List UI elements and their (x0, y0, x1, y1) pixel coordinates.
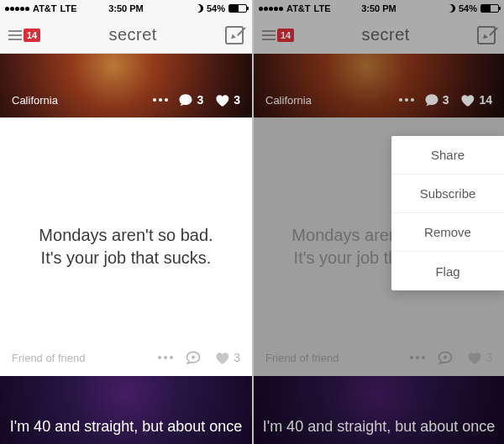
post-text: I'm 40 and straight, but about once (263, 418, 496, 436)
comment-outline-icon[interactable] (437, 349, 454, 366)
carrier-label: AT&T (33, 3, 57, 13)
battery-percent: 54% (459, 3, 477, 13)
more-options-button[interactable] (158, 356, 173, 359)
options-popover: Share Subscribe Remove Flag (391, 136, 504, 290)
post-text: I'm 40 and straight, but about once (10, 418, 243, 436)
signal-strength-icon (259, 7, 283, 11)
nav-bar: 14 secret (254, 17, 504, 54)
heart-icon (213, 349, 230, 366)
popover-item-flag[interactable]: Flag (391, 252, 504, 290)
status-bar: AT&T LTE 3:50 PM 54% (254, 0, 504, 17)
post-card-3[interactable]: I'm 40 and straight, but about once (254, 376, 504, 444)
post-location: California (265, 94, 312, 107)
comment-icon (424, 92, 439, 107)
signal-strength-icon (5, 7, 29, 11)
like-count: 3 (234, 93, 240, 107)
comment-count: 3 (443, 93, 449, 107)
post-card-3[interactable]: I'm 40 and straight, but about once (0, 376, 252, 444)
heart-icon (213, 91, 230, 108)
comment-outline-icon[interactable] (185, 349, 202, 366)
like-count: 3 (234, 351, 240, 364)
comment-icon (178, 92, 193, 107)
popover-item-share[interactable]: Share (391, 136, 504, 175)
likes-button[interactable]: 14 (459, 91, 492, 108)
app-title: secret (108, 25, 156, 44)
post-source: Friend of friend (265, 352, 339, 364)
likes-button[interactable]: 3 (213, 91, 240, 108)
post-card-2[interactable]: Mondays aren't so bad. It's your job tha… (0, 118, 252, 376)
likes-button[interactable]: 3 (213, 349, 240, 366)
app-title: secret (361, 25, 409, 44)
post-location: California (12, 94, 58, 107)
nav-bar: 14 secret (0, 17, 252, 54)
hamburger-icon (262, 30, 276, 40)
compose-button[interactable] (225, 26, 244, 44)
status-bar: AT&T LTE 3:50 PM 54% (0, 0, 252, 17)
post-text: Mondays aren't so bad. It's your job tha… (30, 224, 222, 269)
comments-button[interactable]: 3 (424, 92, 449, 107)
menu-button[interactable]: 14 (8, 29, 40, 42)
network-label: LTE (314, 3, 331, 13)
likes-button[interactable]: 3 (465, 349, 492, 366)
phone-left: AT&T LTE 3:50 PM 54% 14 secret Californi… (0, 0, 252, 444)
post-card-1[interactable]: California 3 3 (0, 54, 252, 118)
heart-icon (465, 349, 482, 366)
battery-icon (228, 4, 247, 13)
do-not-disturb-icon (447, 4, 455, 13)
like-count: 3 (486, 351, 492, 364)
popover-item-subscribe[interactable]: Subscribe (391, 175, 504, 213)
post-card-1[interactable]: California 3 14 (254, 54, 504, 118)
compose-button[interactable] (477, 26, 496, 44)
comments-button[interactable]: 3 (178, 92, 203, 107)
carrier-label: AT&T (286, 3, 311, 13)
network-label: LTE (60, 3, 77, 13)
comment-count: 3 (197, 93, 203, 107)
hamburger-icon (8, 30, 22, 40)
popover-item-remove[interactable]: Remove (391, 213, 504, 252)
like-count: 14 (479, 93, 492, 107)
do-not-disturb-icon (195, 4, 203, 13)
menu-button[interactable]: 14 (262, 29, 294, 42)
post-source: Friend of friend (12, 352, 85, 364)
more-options-button[interactable] (153, 98, 168, 102)
notification-badge: 14 (277, 29, 294, 42)
more-options-button[interactable] (399, 98, 414, 102)
more-options-button[interactable] (410, 356, 425, 359)
notification-badge: 14 (24, 29, 40, 42)
phone-right: AT&T LTE 3:50 PM 54% 14 secret Californi… (252, 0, 504, 444)
battery-percent: 54% (207, 3, 225, 13)
battery-icon (480, 4, 499, 13)
heart-icon (459, 91, 475, 108)
